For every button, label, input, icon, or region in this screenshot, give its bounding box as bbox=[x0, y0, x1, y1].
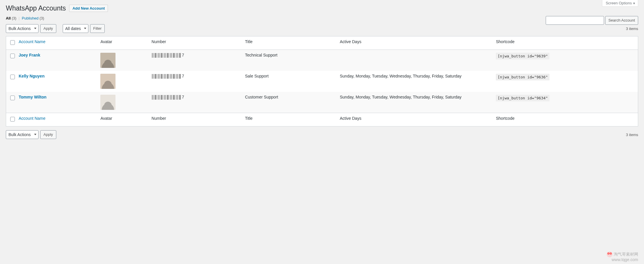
account-name-link[interactable]: Tommy Wilton bbox=[19, 95, 46, 99]
col-avatar-foot: Avatar bbox=[97, 113, 148, 126]
col-title: Title bbox=[242, 36, 337, 50]
col-account-name[interactable]: Account Name bbox=[16, 36, 97, 50]
add-new-account-button[interactable]: Add New Account bbox=[69, 5, 108, 12]
shortcode-text[interactable]: [njwa_button id="9634" bbox=[496, 95, 550, 101]
select-all-top[interactable] bbox=[10, 40, 15, 45]
col-shortcode-foot: Shortcode bbox=[493, 113, 638, 126]
filter-button[interactable]: Filter bbox=[90, 24, 105, 33]
shortcode-text[interactable]: [njwa_button id="9639" bbox=[496, 53, 550, 59]
col-number: Number bbox=[149, 36, 242, 50]
redacted-number bbox=[152, 95, 181, 100]
avatar bbox=[100, 74, 116, 89]
apply-bulk-button-bottom[interactable]: Apply bbox=[40, 130, 56, 139]
active-days-cell: Sunday, Monday, Tuesday, Wednesday, Thur… bbox=[337, 92, 493, 113]
accounts-table: Account Name Avatar Number Title Active … bbox=[6, 36, 638, 126]
row-checkbox[interactable] bbox=[10, 54, 15, 58]
col-title-foot: Title bbox=[242, 113, 337, 126]
col-active-days-foot: Active Days bbox=[337, 113, 493, 126]
number-cell: 7 bbox=[149, 92, 242, 113]
filter-published-count: (3) bbox=[40, 16, 44, 20]
redacted-number bbox=[152, 74, 181, 79]
page-title: WhatsApp Accounts bbox=[6, 1, 66, 14]
col-number-foot: Number bbox=[149, 113, 242, 126]
avatar bbox=[100, 95, 116, 110]
shortcode-text[interactable]: [njwa_button id="9636" bbox=[496, 74, 550, 80]
title-cell: Customer Support bbox=[242, 92, 337, 113]
filter-published[interactable]: Published bbox=[22, 16, 38, 20]
row-checkbox[interactable] bbox=[10, 96, 15, 100]
row-checkbox[interactable] bbox=[10, 75, 15, 79]
items-count-bottom: 3 items bbox=[626, 133, 638, 137]
bulk-actions-select[interactable]: Bulk Actions bbox=[6, 24, 38, 33]
bulk-actions-select-bottom[interactable]: Bulk Actions bbox=[6, 130, 38, 139]
title-cell: Technical Support bbox=[242, 50, 337, 71]
col-account-name-foot[interactable]: Account Name bbox=[16, 113, 97, 126]
active-days-cell bbox=[337, 50, 493, 71]
title-cell: Sale Support bbox=[242, 71, 337, 92]
filter-all[interactable]: All bbox=[6, 16, 11, 20]
number-cell: 7 bbox=[149, 71, 242, 92]
table-row: Tommy Wilton 7 Customer Support Sunday, … bbox=[6, 92, 638, 113]
avatar bbox=[100, 53, 116, 68]
date-filter-select[interactable]: All dates bbox=[63, 24, 88, 33]
search-button[interactable]: Search Account bbox=[605, 16, 638, 25]
screen-options-toggle[interactable]: Screen Options bbox=[602, 0, 638, 7]
redacted-number bbox=[152, 53, 181, 58]
active-days-cell: Sunday, Monday, Tuesday, Wednesday, Thur… bbox=[337, 71, 493, 92]
items-count-top: 3 items bbox=[626, 27, 638, 31]
account-name-link[interactable]: Joey Frank bbox=[19, 53, 40, 57]
select-all-bottom[interactable] bbox=[10, 117, 15, 122]
search-input[interactable] bbox=[546, 16, 604, 25]
table-row: Joey Frank 7 Technical Support [njwa_but… bbox=[6, 50, 638, 71]
filter-all-count: (3) bbox=[12, 16, 16, 20]
status-filters: All (3) | Published (3) bbox=[6, 16, 638, 20]
col-shortcode: Shortcode bbox=[493, 36, 638, 50]
col-avatar: Avatar bbox=[97, 36, 148, 50]
account-name-link[interactable]: Kelly Nguyen bbox=[19, 74, 45, 78]
apply-bulk-button[interactable]: Apply bbox=[40, 24, 56, 33]
table-row: Kelly Nguyen 7 Sale Support Sunday, Mond… bbox=[6, 71, 638, 92]
number-cell: 7 bbox=[149, 50, 242, 71]
col-active-days: Active Days bbox=[337, 36, 493, 50]
